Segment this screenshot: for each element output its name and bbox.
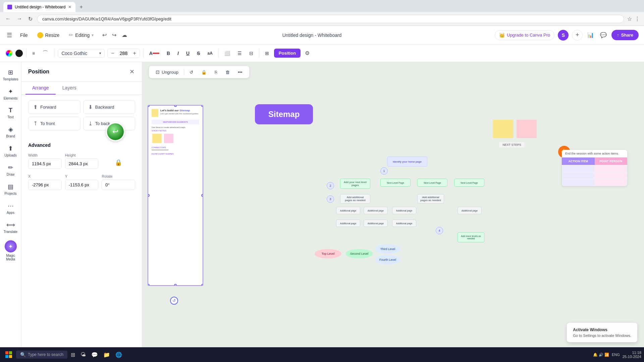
handle-bm[interactable]: [174, 284, 177, 286]
undo-btn[interactable]: ↩: [100, 30, 109, 40]
more-canvas-btn[interactable]: •••: [235, 68, 245, 76]
edge-btn[interactable]: 🌐: [113, 350, 124, 359]
line-style-btn[interactable]: ≡: [30, 49, 37, 58]
new-tab-btn[interactable]: +: [78, 3, 84, 11]
to-front-btn[interactable]: ⤒ To front: [28, 117, 80, 130]
chat-btn[interactable]: 💬: [89, 350, 100, 359]
case-btn[interactable]: aA: [205, 49, 215, 57]
sitemap-title: Sitemap: [268, 110, 300, 119]
delete-canvas-btn[interactable]: 🗑: [223, 68, 232, 76]
upgrade-btn[interactable]: 👑 Upgrade to Canva Pro: [495, 30, 554, 40]
nav-item-apps[interactable]: ⋯ Apps: [1, 199, 20, 217]
layers-avatar[interactable]: ↩: [106, 122, 125, 141]
zoom-btn[interactable]: ☆: [627, 16, 632, 22]
avatar-btn[interactable]: S: [558, 30, 569, 41]
handle-mr[interactable]: [201, 194, 203, 197]
indent-btn[interactable]: ⊟: [247, 49, 256, 58]
height-input[interactable]: [65, 159, 99, 169]
font-size-input[interactable]: [117, 51, 130, 56]
resize-btn[interactable]: Resize: [35, 31, 62, 40]
whiteboard-frame[interactable]: Let's build our Sitemap Let's get starte…: [148, 105, 203, 286]
align-btn[interactable]: ⬜: [222, 49, 232, 58]
lock-canvas-btn[interactable]: 🔒: [199, 68, 209, 76]
font-size-decrease-btn[interactable]: −: [110, 50, 115, 57]
underline-btn[interactable]: U: [184, 49, 192, 58]
cloud-btn[interactable]: ☁: [120, 30, 129, 40]
sticky-note-yellow-1[interactable]: [493, 120, 513, 138]
nav-item-brand[interactable]: ◈ Brand: [1, 123, 20, 141]
rotate-handle[interactable]: ↺: [170, 297, 178, 305]
nav-item-templates[interactable]: ⊞ Templates: [1, 66, 20, 84]
explorer-btn[interactable]: 📁: [101, 350, 112, 359]
to-back-label: To back: [95, 121, 110, 126]
lock-icon[interactable]: 🔒: [115, 159, 122, 166]
nav-item-uploads[interactable]: ⬆ Uploads: [1, 142, 20, 160]
nav-item-elements[interactable]: ✦ Elements: [1, 85, 20, 103]
italic-btn[interactable]: I: [175, 49, 181, 58]
rotate-input[interactable]: [102, 180, 135, 190]
file-btn[interactable]: File: [17, 31, 31, 39]
handle-tr[interactable]: [201, 105, 203, 107]
handle-bl[interactable]: [148, 284, 150, 286]
redo-btn[interactable]: ↪: [110, 30, 118, 40]
projects-label: Projects: [4, 192, 16, 195]
comment-btn[interactable]: 💬: [599, 31, 608, 40]
tab-arrange[interactable]: Arrange: [25, 82, 56, 95]
nav-item-translate[interactable]: ⟺ Translate: [1, 219, 20, 236]
advanced-title: Advanced: [28, 142, 135, 148]
nav-item-draw[interactable]: ✏ Draw: [1, 161, 20, 179]
corner-style-btn[interactable]: ⌒: [40, 48, 51, 59]
panel-close-btn[interactable]: ✕: [129, 67, 135, 76]
extensions-btn[interactable]: ⋮: [635, 16, 640, 22]
editing-btn[interactable]: ✏ Editing ▾: [66, 31, 96, 40]
active-tab[interactable]: Untitled design - Whiteboard ✕: [3, 2, 75, 12]
strikethrough-btn[interactable]: S: [195, 49, 202, 58]
reload-btn[interactable]: ↻: [27, 14, 34, 23]
forward-btn[interactable]: ⬆ Forward: [28, 100, 80, 114]
menu-btn[interactable]: ☰: [5, 30, 13, 40]
nav-item-magic-media[interactable]: ✦ Magic Media: [1, 238, 20, 264]
forward-btn[interactable]: →: [15, 14, 23, 23]
position-active-btn[interactable]: Position: [274, 49, 301, 58]
address-bar[interactable]: [37, 15, 624, 23]
taskview-btn[interactable]: ⊞: [69, 350, 77, 359]
start-btn[interactable]: [3, 350, 15, 359]
tab-layers[interactable]: Layers: [56, 82, 83, 95]
back-btn[interactable]: ←: [4, 14, 12, 23]
font-selector[interactable]: Coco Gothic ▾: [58, 49, 105, 58]
oval-fourth-level: Fourth Level: [375, 255, 400, 264]
color-picker-btn[interactable]: [5, 50, 13, 57]
filter-btn[interactable]: ⚙: [303, 48, 311, 58]
bullets-btn[interactable]: ☰: [235, 49, 244, 58]
analytics-btn[interactable]: 📊: [586, 31, 595, 40]
resize-label: Resize: [45, 33, 60, 38]
ungroup-btn[interactable]: ⊡ Ungroup: [153, 68, 181, 76]
left-nav: ⊞ Templates ✦ Elements T Text ◈ Brand ⬆ …: [0, 62, 21, 362]
handle-ml[interactable]: [148, 194, 150, 197]
stroke-color-btn[interactable]: [15, 50, 23, 57]
y-input[interactable]: [65, 180, 99, 190]
width-input[interactable]: [28, 159, 62, 169]
backward-btn[interactable]: ⬇ Backward: [83, 100, 136, 114]
tab-close-btn[interactable]: ✕: [68, 5, 71, 9]
canvas-area[interactable]: ⊡ Ungroup ↺ 🔒 ⎘ 🗑 •••: [142, 62, 644, 362]
widgets-btn[interactable]: 🌤: [78, 350, 88, 359]
handle-br[interactable]: [201, 284, 203, 286]
refresh-btn[interactable]: ↺: [187, 68, 196, 76]
grid-overlay-btn[interactable]: ⊞: [263, 49, 271, 58]
nav-item-text[interactable]: T Text: [1, 104, 20, 122]
text-color-btn[interactable]: A: [147, 49, 162, 57]
sticky-note-pink-1[interactable]: [517, 120, 537, 138]
add-people-btn[interactable]: +: [572, 30, 583, 41]
bold-btn[interactable]: B: [164, 49, 172, 58]
l4-node-4: Additional page: [458, 207, 482, 214]
pencil-icon: ✏: [69, 32, 73, 38]
nav-item-projects[interactable]: ▤ Projects: [1, 180, 20, 198]
share-btn[interactable]: ↑ Share: [611, 30, 639, 40]
copy-canvas-btn[interactable]: ⎘: [212, 68, 220, 76]
font-dropdown-icon: ▾: [99, 51, 101, 55]
taskbar-search[interactable]: 🔍 Type here to search: [16, 351, 67, 359]
x-input[interactable]: [28, 180, 62, 190]
font-size-increase-btn[interactable]: +: [132, 50, 138, 57]
action-cell-1a: [562, 165, 595, 172]
